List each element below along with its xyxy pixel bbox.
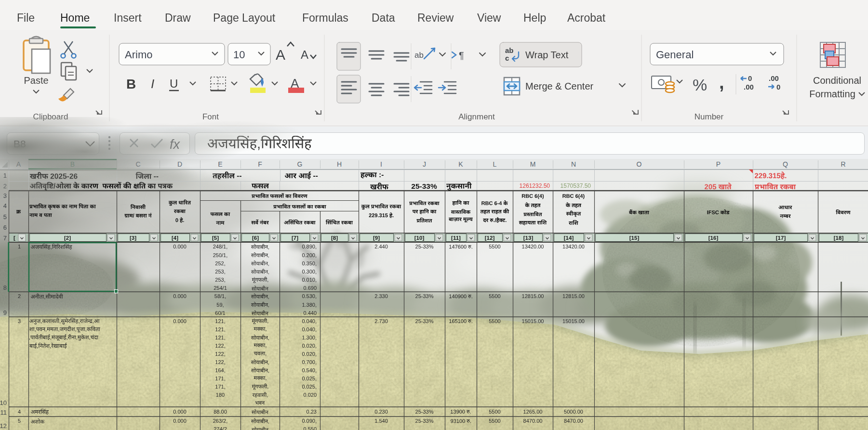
svg-text:fx: fx [170, 137, 181, 152]
svg-text:122,: 122, [215, 343, 225, 349]
svg-text:L: L [493, 160, 497, 168]
svg-text:P: P [716, 160, 721, 168]
svg-text:O: O [637, 160, 642, 168]
svg-text:N: N [571, 160, 576, 168]
svg-text:1261232.50: 1261232.50 [520, 182, 550, 189]
svg-text:[11]: [11] [451, 235, 461, 241]
svg-text:Formatting: Formatting [809, 89, 855, 99]
svg-text:121,: 121, [215, 335, 225, 340]
svg-text:25-33%: 25-33% [415, 293, 434, 299]
svg-text:B8: B8 [13, 138, 26, 149]
svg-text:[14]: [14] [564, 235, 574, 241]
svg-text:248/1,: 248/1, [213, 244, 228, 249]
svg-text:0.540,: 0.540, [302, 367, 317, 373]
svg-text:0.025,: 0.025, [302, 376, 317, 381]
svg-text:5: 5 [18, 418, 21, 424]
svg-text:[16]: [16] [708, 235, 719, 241]
svg-text:180: 180 [216, 392, 225, 398]
svg-text:A: A [301, 48, 308, 61]
svg-text:250/1,: 250/1, [213, 252, 228, 258]
svg-text:171,: 171, [215, 384, 225, 390]
svg-text:1265.00: 1265.00 [523, 409, 543, 415]
svg-text:25-33%: 25-33% [415, 418, 434, 424]
svg-text:General: General [656, 49, 694, 61]
svg-text:c: c [505, 54, 509, 62]
svg-text:[15]: [15] [629, 235, 640, 241]
svg-text:Alignment: Alignment [458, 112, 495, 121]
svg-text:122,: 122, [215, 359, 225, 365]
svg-text:E: E [218, 160, 222, 168]
svg-text:ab: ab [414, 51, 424, 60]
svg-text:274/2: 274/2 [214, 426, 227, 430]
svg-text:D: D [177, 160, 182, 168]
svg-text:Clipboard: Clipboard [33, 112, 68, 121]
svg-text:0.040,: 0.040, [302, 318, 317, 324]
svg-text:.00: .00 [744, 83, 754, 91]
svg-text:263/2,: 263/2, [213, 418, 228, 424]
svg-text:Font: Font [202, 112, 219, 121]
svg-text:0.000: 0.000 [173, 409, 187, 415]
svg-text:Arimo: Arimo [125, 49, 152, 61]
svg-text:5500: 5500 [489, 418, 500, 424]
svg-text:I: I [380, 160, 382, 168]
svg-text:R: R [841, 160, 845, 168]
svg-text:1.540: 1.540 [374, 418, 388, 424]
svg-text:0.690: 0.690 [303, 285, 317, 291]
svg-text:0.890,: 0.890, [302, 244, 317, 249]
svg-text:2: 2 [18, 293, 21, 299]
svg-text:Wrap Text: Wrap Text [525, 50, 569, 60]
svg-text:253,: 253, [215, 277, 225, 283]
svg-text:[: [ [13, 235, 15, 241]
svg-text:0.020,: 0.020, [302, 343, 317, 349]
svg-text:0.23: 0.23 [307, 409, 317, 415]
svg-text:2.440: 2.440 [374, 244, 388, 249]
svg-text:2.730: 2.730 [374, 318, 388, 324]
svg-text:0.090,: 0.090, [302, 418, 317, 424]
svg-text:I: I [151, 77, 154, 91]
svg-text:[13]: [13] [523, 235, 534, 241]
svg-text:0.025,: 0.025, [302, 384, 317, 390]
svg-text:25-33%: 25-33% [415, 409, 434, 415]
svg-text:121,: 121, [215, 326, 225, 332]
svg-text:0.550: 0.550 [303, 426, 317, 430]
svg-text:9: 9 [3, 309, 7, 316]
svg-text:8470.00: 8470.00 [523, 418, 543, 424]
svg-text:60/1: 60/1 [215, 310, 225, 316]
svg-text:[17]: [17] [776, 235, 786, 241]
svg-text:1570537.50: 1570537.50 [561, 182, 591, 189]
svg-text:25-33%: 25-33% [415, 244, 434, 249]
svg-text:5000.00: 5000.00 [564, 409, 583, 415]
svg-text:[2]: [2] [64, 235, 71, 241]
svg-text:3: 3 [18, 318, 21, 324]
svg-text:¶: ¶ [459, 50, 464, 61]
svg-text:253,: 253, [215, 269, 225, 274]
svg-text:B: B [70, 160, 75, 168]
svg-text:59,: 59, [216, 302, 224, 308]
svg-text:0.300,: 0.300, [302, 269, 317, 274]
svg-text:0.020,: 0.020, [302, 351, 317, 357]
svg-text:171,: 171, [215, 376, 225, 381]
svg-text:Paste: Paste [24, 75, 48, 86]
svg-text:[4]: [4] [172, 235, 178, 241]
svg-text:0.000: 0.000 [173, 244, 187, 249]
svg-text:ab: ab [505, 46, 514, 54]
svg-text:4: 4 [3, 202, 7, 209]
svg-text:15015.00: 15015.00 [562, 318, 585, 324]
svg-text:2.330: 2.330 [374, 293, 388, 299]
svg-text:1: 1 [18, 244, 21, 249]
svg-text:10: 10 [233, 49, 245, 61]
svg-text:0.000: 0.000 [173, 318, 187, 324]
svg-text:5500: 5500 [489, 293, 500, 299]
svg-text:[12]: [12] [485, 235, 495, 241]
svg-text:0.000: 0.000 [173, 293, 187, 299]
svg-text:Conditional: Conditional [813, 75, 861, 86]
svg-text:13420.00: 13420.00 [562, 244, 585, 249]
svg-text:[9]: [9] [373, 235, 380, 241]
svg-text:C: C [135, 160, 140, 168]
svg-text:1: 1 [3, 172, 7, 179]
svg-text:F: F [258, 160, 262, 168]
svg-text:252,: 252, [215, 261, 225, 266]
svg-text:0.230: 0.230 [374, 409, 388, 415]
svg-text:Merge & Center: Merge & Center [525, 81, 594, 91]
svg-text:G: G [297, 160, 303, 168]
